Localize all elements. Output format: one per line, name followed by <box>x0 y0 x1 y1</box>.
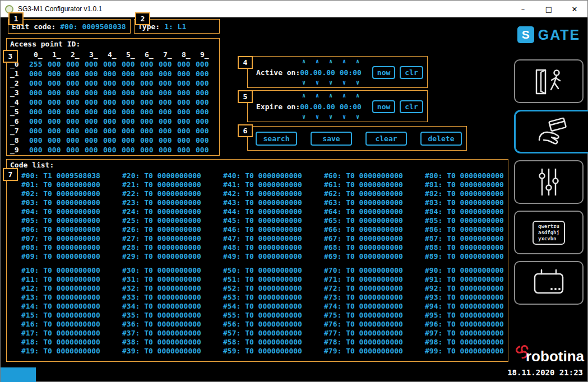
access-cell[interactable]: 000 <box>122 136 140 145</box>
code-entry[interactable]: #49: T0 0000000000 <box>223 252 324 261</box>
access-cell[interactable]: 000 <box>66 59 85 69</box>
access-cell[interactable]: 000 <box>140 78 159 88</box>
spinner-down-icon[interactable]: ∨ <box>300 80 308 86</box>
code-entry[interactable]: #47: T0 0000000000 <box>223 234 324 243</box>
code-entry[interactable]: #27: T0 0000000000 <box>122 234 223 243</box>
code-entry[interactable]: #36: T0 0000000000 <box>122 320 223 329</box>
code-entry[interactable]: #31: T0 0000000000 <box>122 275 223 284</box>
access-grid[interactable]: 0_1_2_3_4_5_6_7_8_9__0255000000000000000… <box>7 48 219 155</box>
code-entry[interactable]: #68: T0 0000000000 <box>324 243 425 252</box>
access-cell[interactable]: 000 <box>66 88 85 97</box>
spinner-up-icon[interactable]: ∧ <box>300 58 308 64</box>
access-cell[interactable]: 000 <box>122 145 140 155</box>
code-entry[interactable]: #67: T0 0000000000 <box>324 234 425 243</box>
access-cell[interactable]: 000 <box>66 97 85 107</box>
code-entry[interactable]: #00: T1 0009508038 <box>21 171 122 180</box>
code-entry[interactable]: #06: T0 0000000000 <box>21 225 122 234</box>
code-entry[interactable]: #50: T0 0000000000 <box>223 266 324 275</box>
access-cell[interactable]: 000 <box>122 69 140 78</box>
access-cell[interactable]: 000 <box>66 107 85 117</box>
code-entry[interactable]: #39: T0 0000000000 <box>122 347 223 356</box>
access-cell[interactable]: 000 <box>85 136 103 145</box>
access-cell[interactable]: 000 <box>103 145 122 155</box>
code-entry[interactable]: #54: T0 0000000000 <box>223 302 324 311</box>
code-entry[interactable]: #66: T0 0000000000 <box>324 225 425 234</box>
access-cell[interactable]: 000 <box>140 117 159 126</box>
spinner-down-icon[interactable]: ∨ <box>354 114 362 120</box>
code-entry[interactable]: #77: T0 0000000000 <box>324 329 425 338</box>
access-cell[interactable]: 000 <box>140 126 159 136</box>
access-cell[interactable]: 000 <box>66 126 85 136</box>
access-cell[interactable]: 000 <box>85 59 103 69</box>
spinner-down-icon[interactable]: ∨ <box>340 114 348 120</box>
code-entry[interactable]: #93: T0 0000000000 <box>425 293 526 302</box>
code-entry[interactable]: #61: T0 0000000000 <box>324 180 425 189</box>
clear-button[interactable]: clear <box>365 132 407 146</box>
code-entry[interactable]: #44: T0 0000000000 <box>223 207 324 216</box>
access-cell[interactable]: 000 <box>66 117 85 126</box>
code-entry[interactable]: #96: T0 0000000000 <box>425 320 526 329</box>
access-cell[interactable]: 000 <box>48 117 66 126</box>
access-cell[interactable]: 000 <box>29 145 48 155</box>
code-entry[interactable]: #29: T0 0000000000 <box>122 252 223 261</box>
code-entry[interactable]: #55: T0 0000000000 <box>223 311 324 320</box>
code-entry[interactable]: #98: T0 0000000000 <box>425 338 526 347</box>
code-entry[interactable]: #52: T0 0000000000 <box>223 284 324 293</box>
access-cell[interactable]: 000 <box>85 145 103 155</box>
spinner-down-icon[interactable]: ∨ <box>340 80 348 86</box>
access-cell[interactable]: 000 <box>159 107 177 117</box>
access-cell[interactable]: 000 <box>29 78 48 88</box>
access-cell[interactable]: 000 <box>29 88 48 97</box>
code-entry[interactable]: #88: T0 0000000000 <box>425 243 526 252</box>
access-cell[interactable]: 000 <box>196 69 214 78</box>
access-cell[interactable]: 000 <box>177 97 196 107</box>
access-cell[interactable]: 000 <box>196 88 214 97</box>
terminal-device-button[interactable] <box>514 261 584 305</box>
access-cell[interactable]: 255 <box>29 59 48 69</box>
access-cell[interactable]: 000 <box>159 97 177 107</box>
code-entry[interactable]: #87: T0 0000000000 <box>425 234 526 243</box>
save-button[interactable]: save <box>311 132 352 146</box>
maximize-button[interactable]: □ <box>536 1 562 17</box>
access-cell[interactable]: 000 <box>196 145 214 155</box>
access-cell[interactable]: 000 <box>159 136 177 145</box>
access-cell[interactable]: 000 <box>122 97 140 107</box>
access-cell[interactable]: 000 <box>159 88 177 97</box>
code-entry[interactable]: #57: T0 0000000000 <box>223 329 324 338</box>
code-entry[interactable]: #73: T0 0000000000 <box>324 293 425 302</box>
access-cell[interactable]: 000 <box>159 126 177 136</box>
access-cell[interactable]: 000 <box>159 117 177 126</box>
access-cell[interactable]: 000 <box>48 97 66 107</box>
code-entry[interactable]: #90: T0 0000000000 <box>425 266 526 275</box>
code-entry[interactable]: #65: T0 0000000000 <box>324 216 425 225</box>
access-cell[interactable]: 000 <box>177 59 196 69</box>
access-cell[interactable]: 000 <box>103 117 122 126</box>
expire-now-button[interactable]: now <box>372 100 395 113</box>
code-entry[interactable]: #80: T0 0000000000 <box>425 171 526 180</box>
code-entry[interactable]: #92: T0 0000000000 <box>425 284 526 293</box>
code-entry[interactable]: #03: T0 0000000000 <box>21 198 122 207</box>
code-entry[interactable]: #53: T0 0000000000 <box>223 293 324 302</box>
access-cell[interactable]: 000 <box>196 78 214 88</box>
code-entry[interactable]: #10: T0 0000000000 <box>21 266 122 275</box>
access-cell[interactable]: 000 <box>196 59 214 69</box>
code-entry[interactable]: #21: T0 0000000000 <box>122 180 223 189</box>
code-entry[interactable]: #15: T0 0000000000 <box>21 311 122 320</box>
access-cell[interactable]: 000 <box>140 107 159 117</box>
settings-sliders-button[interactable] <box>514 160 584 204</box>
code-entry[interactable]: #69: T0 0000000000 <box>324 252 425 261</box>
access-cell[interactable]: 000 <box>159 145 177 155</box>
access-cell[interactable]: 000 <box>103 88 122 97</box>
code-entry[interactable]: #62: T0 0000000000 <box>324 189 425 198</box>
code-entry[interactable]: #75: T0 0000000000 <box>324 311 425 320</box>
access-cell[interactable]: 000 <box>177 69 196 78</box>
spinner-down-icon[interactable]: ∨ <box>327 114 335 120</box>
access-cell[interactable]: 000 <box>48 78 66 88</box>
access-cell[interactable]: 000 <box>177 78 196 88</box>
code-entry[interactable]: #63: T0 0000000000 <box>324 198 425 207</box>
access-cell[interactable]: 000 <box>196 126 214 136</box>
access-cell[interactable]: 000 <box>29 117 48 126</box>
code-entry[interactable]: #14: T0 0000000000 <box>21 302 122 311</box>
code-entry[interactable]: #82: T0 0000000000 <box>425 189 526 198</box>
code-entry[interactable]: #30: T0 0000000000 <box>122 266 223 275</box>
